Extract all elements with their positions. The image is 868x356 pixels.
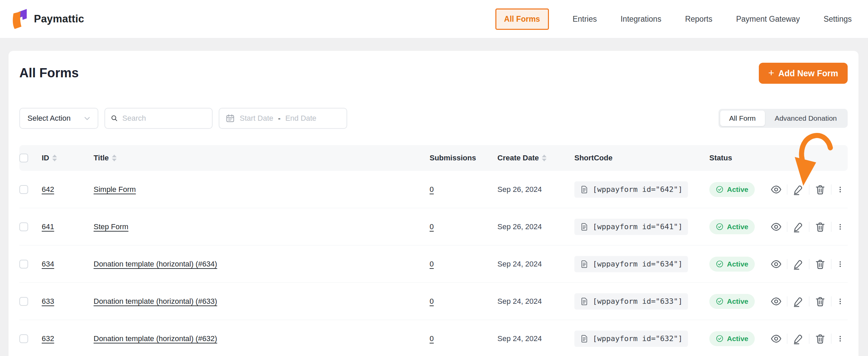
check-circle-icon (716, 223, 724, 231)
create-date-value: Sep 24, 2024 (497, 297, 542, 305)
status-label: Active (727, 297, 748, 305)
row-checkbox[interactable] (19, 260, 28, 269)
delete-icon[interactable] (814, 258, 826, 270)
form-id-link[interactable]: 632 (42, 334, 54, 343)
search-input[interactable] (122, 114, 206, 123)
more-options-icon[interactable] (836, 258, 844, 270)
nav-all-forms[interactable]: All Forms (495, 8, 549, 30)
date-range-picker[interactable]: Start Date - End Date (219, 108, 347, 129)
action-separator (787, 259, 787, 269)
topbar: Paymattic All Forms Entries Integrations… (0, 0, 868, 38)
row-checkbox[interactable] (19, 185, 28, 194)
shortcode-chip[interactable]: [wppayform id="634"] (574, 256, 688, 272)
header-status: Status (709, 154, 732, 162)
document-icon (580, 260, 589, 269)
nav-payment-gateway[interactable]: Payment Gateway (736, 15, 800, 24)
more-options-icon[interactable] (836, 296, 844, 307)
delete-icon[interactable] (814, 296, 826, 307)
status-badge: Active (709, 294, 755, 309)
action-separator (787, 296, 787, 306)
action-separator (809, 222, 809, 232)
nav-integrations[interactable]: Integrations (620, 15, 661, 24)
table-header-row: ID Title Submissions Create Date ShortCo… (19, 145, 848, 171)
check-circle-icon (716, 185, 724, 193)
delete-icon[interactable] (814, 333, 826, 344)
status-label: Active (727, 260, 748, 268)
shortcode-chip[interactable]: [wppayform id="633"] (574, 293, 688, 310)
action-separator (787, 222, 787, 232)
row-checkbox[interactable] (19, 222, 28, 231)
delete-icon[interactable] (814, 221, 826, 233)
form-title-link[interactable]: Donation template (horizontal) (#634) (94, 260, 217, 268)
add-new-form-button[interactable]: + Add New Form (759, 63, 848, 84)
action-separator (787, 334, 787, 344)
sort-id[interactable] (52, 155, 57, 161)
submissions-link[interactable]: 0 (430, 222, 434, 231)
plus-icon: + (768, 68, 774, 78)
document-icon (580, 297, 589, 306)
sort-title[interactable] (112, 155, 117, 161)
header-checkbox-cell (19, 154, 42, 162)
view-icon[interactable] (770, 184, 782, 195)
check-circle-icon (716, 260, 724, 268)
more-options-icon[interactable] (836, 221, 844, 233)
form-title-link[interactable]: Donation template (horizontal) (#633) (94, 297, 217, 305)
shortcode-text: [wppayform id="634"] (593, 260, 683, 268)
toggle-advanced-donation[interactable]: Advanced Donation (766, 111, 846, 126)
create-date-value: Sep 24, 2024 (497, 260, 542, 268)
edit-icon[interactable] (792, 184, 804, 195)
more-options-icon[interactable] (836, 184, 844, 195)
edit-icon[interactable] (792, 258, 804, 270)
action-separator (809, 259, 809, 269)
check-circle-icon (716, 335, 724, 342)
sort-create-date[interactable] (542, 155, 547, 161)
select-all-checkbox[interactable] (19, 154, 28, 162)
submissions-link[interactable]: 0 (430, 334, 434, 343)
row-checkbox[interactable] (19, 334, 28, 343)
document-icon (580, 222, 589, 231)
view-icon[interactable] (770, 333, 782, 344)
form-id-link[interactable]: 641 (42, 222, 54, 231)
brand[interactable]: Paymattic (10, 8, 84, 30)
form-title-link[interactable]: Step Form (94, 222, 129, 231)
action-separator (809, 296, 809, 306)
form-title-link[interactable]: Donation template (horizontal) (#632) (94, 334, 217, 343)
edit-icon[interactable] (792, 333, 804, 344)
status-badge: Active (709, 257, 755, 272)
form-id-link[interactable]: 642 (42, 185, 54, 194)
search-icon (111, 114, 118, 123)
view-icon[interactable] (770, 221, 782, 233)
submissions-link[interactable]: 0 (430, 185, 434, 194)
form-id-link[interactable]: 634 (42, 260, 54, 268)
shortcode-text: [wppayform id="641"] (593, 222, 683, 231)
nav-entries[interactable]: Entries (573, 15, 597, 24)
form-title-link[interactable]: Simple Form (94, 185, 136, 194)
check-circle-icon (716, 297, 724, 305)
shortcode-chip[interactable]: [wppayform id="632"] (574, 331, 688, 347)
toggle-all-form[interactable]: All Form (720, 111, 765, 126)
submissions-link[interactable]: 0 (430, 260, 434, 268)
form-id-link[interactable]: 633 (42, 297, 54, 305)
select-action-dropdown[interactable]: Select Action (19, 108, 98, 129)
status-label: Active (727, 185, 748, 194)
action-separator (809, 334, 809, 344)
shortcode-chip[interactable]: [wppayform id="642"] (574, 181, 688, 198)
more-options-icon[interactable] (836, 333, 844, 344)
edit-icon[interactable] (792, 296, 804, 307)
nav-reports[interactable]: Reports (685, 15, 712, 24)
document-icon (580, 334, 589, 343)
shortcode-text: [wppayform id="632"] (593, 334, 683, 343)
view-icon[interactable] (770, 258, 782, 270)
shortcode-chip[interactable]: [wppayform id="641"] (574, 219, 688, 235)
nav-settings[interactable]: Settings (824, 15, 852, 24)
view-icon[interactable] (770, 296, 782, 307)
edit-icon[interactable] (792, 221, 804, 233)
submissions-link[interactable]: 0 (430, 297, 434, 305)
filter-row: Select Action Start Date - End (19, 108, 848, 129)
row-checkbox[interactable] (19, 297, 28, 306)
card-header: All Forms + Add New Form (19, 51, 848, 81)
page-title: All Forms (19, 66, 848, 80)
header-create-date: Create Date (497, 154, 539, 162)
delete-icon[interactable] (814, 184, 826, 195)
create-date-value: Sep 26, 2024 (497, 222, 542, 231)
